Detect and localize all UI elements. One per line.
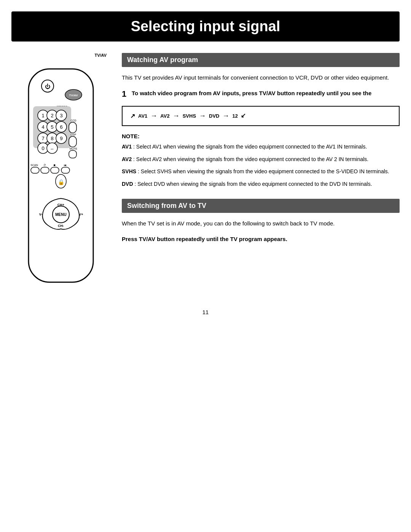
note-av2: AV2 : Select AV2 when viewing the signal… — [122, 155, 400, 163]
svg-text:⏮: ⏮ — [64, 164, 67, 166]
svg-text:↔: ↔ — [50, 147, 54, 151]
note-av1: AV1 : Select AV1 when viewing the signal… — [122, 142, 400, 151]
section2-intro: When the TV set is in AV mode, you can d… — [122, 219, 400, 228]
main-layout: TV/AV ⏻ TV/AV STEREO — [0, 53, 411, 294]
svg-text:2: 2 — [51, 113, 53, 118]
note-svhs-text: : Select SVHS when viewing the signals f… — [138, 168, 389, 174]
arrow2: → — [173, 112, 180, 120]
note-dvd-key: DVD — [122, 181, 133, 187]
content-column: Watching AV program This TV set provides… — [122, 53, 400, 294]
svg-text:DSP: DSP — [71, 133, 76, 136]
svg-text:7: 7 — [41, 136, 44, 141]
svg-text:0: 0 — [41, 145, 44, 151]
note-av2-text: : Select AV2 when viewing the signals fr… — [133, 156, 368, 162]
svg-rect-39 — [41, 167, 49, 173]
signal-av2: AV2 — [160, 113, 169, 119]
signal-av1: AV1 — [138, 113, 147, 119]
signal-svhs: SVHS — [183, 113, 196, 119]
remote-column: TV/AV ⏻ TV/AV STEREO — [11, 53, 110, 294]
note-av1-text: : Select AV1 when viewing the signals fr… — [133, 144, 367, 150]
note-title: NOTE: — [122, 133, 400, 139]
section2: Switching from AV to TV When the TV set … — [122, 199, 400, 244]
page-number: 11 — [0, 309, 411, 327]
svg-text:9: 9 — [60, 136, 62, 141]
notes-section: NOTE: AV1 : Select AV1 when viewing the … — [122, 133, 400, 188]
signal-12: 12 — [233, 113, 238, 119]
svg-rect-33 — [69, 136, 76, 147]
svg-text:CCD: CCD — [70, 119, 76, 122]
svg-text:⏺: ⏺ — [53, 164, 56, 166]
svg-text:🔒: 🔒 — [58, 179, 65, 185]
step1-number: 1 — [122, 89, 129, 99]
svg-text:8: 8 — [51, 136, 53, 141]
section2-header: Switching from AV to TV — [122, 199, 400, 213]
svg-rect-41 — [51, 167, 59, 173]
svg-text:1: 1 — [41, 113, 44, 118]
svg-rect-35 — [69, 150, 76, 158]
remote-wrapper: ⏻ TV/AV STEREO 1 2 3 4 — [11, 65, 110, 294]
svg-text:3: 3 — [60, 113, 62, 118]
svg-rect-37 — [31, 167, 39, 173]
svg-text:V-: V- — [39, 212, 43, 216]
note-dvd-text: : Select DVD when viewing the signals fr… — [134, 181, 372, 187]
svg-rect-43 — [61, 167, 70, 173]
arrow1: → — [150, 112, 157, 120]
svg-text:5: 5 — [51, 124, 53, 130]
step1-text: To watch video program from AV inputs, p… — [132, 89, 371, 98]
section1-intro: This TV set provides AV input terminals … — [122, 73, 400, 82]
svg-text:6: 6 — [60, 124, 62, 130]
svg-text:⏱: ⏱ — [43, 164, 46, 166]
svg-text:CH-: CH- — [58, 224, 64, 228]
return-arrow-start: ↗ — [130, 112, 135, 120]
svg-text:V+: V+ — [79, 212, 83, 216]
svg-text:MENU: MENU — [55, 212, 66, 217]
signal-dvd: DVD — [209, 113, 219, 119]
note-dvd: DVD : Select DVD when viewing the signal… — [122, 180, 400, 188]
section2-step: Press TV/AV button repeatedly until the … — [122, 235, 400, 244]
svg-text:TV/AV: TV/AV — [69, 94, 78, 97]
arrow3: → — [199, 112, 206, 120]
svg-text:MUTE: MUTE — [70, 147, 77, 150]
step1-container: 1 To watch video program from AV inputs,… — [122, 89, 400, 99]
return-arrow-end: ↗ — [241, 112, 246, 120]
arrow4: → — [223, 112, 229, 120]
svg-rect-31 — [69, 122, 76, 133]
svg-text:4: 4 — [41, 124, 44, 130]
svg-text:⏻: ⏻ — [45, 83, 50, 89]
svg-text:SCAN: SCAN — [30, 164, 38, 166]
note-av1-key: AV1 — [122, 144, 132, 150]
page-title: Selecting input signal — [11, 11, 400, 42]
note-av2-key: AV2 — [122, 156, 132, 162]
note-svhs: SVHS : Select SVHS when viewing the sign… — [122, 167, 400, 176]
tvav-top-label: TV/AV — [11, 53, 107, 58]
signal-flow-box: ↗ AV1 → AV2 → SVHS → DVD → 12 ↗ — [122, 106, 400, 126]
section1-header: Watching AV program — [122, 53, 400, 67]
remote-svg: ⏻ TV/AV STEREO 1 2 3 4 — [17, 65, 105, 294]
note-svhs-key: SVHS — [122, 168, 136, 174]
